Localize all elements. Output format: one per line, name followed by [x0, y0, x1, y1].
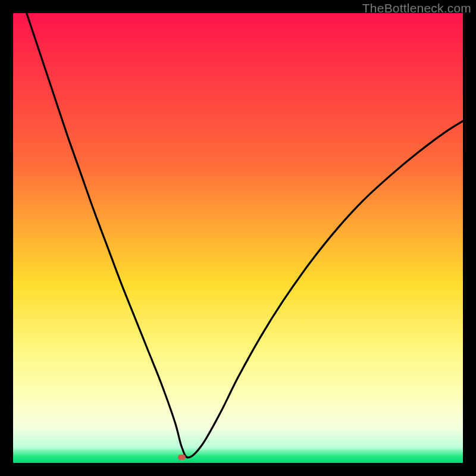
bottleneck-curve	[13, 13, 463, 463]
optimal-point-marker	[178, 455, 186, 460]
chart-plot-area	[13, 13, 463, 463]
